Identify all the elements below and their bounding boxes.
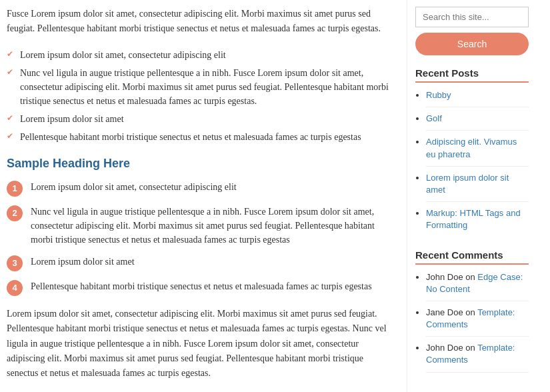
- number-circle-2: 2: [7, 205, 23, 221]
- recent-comment-item: John Doe on Template: Comments: [426, 342, 529, 372]
- recent-post-item: Golf: [426, 113, 529, 131]
- recent-post-link[interactable]: Markup: HTML Tags and Formatting: [426, 208, 521, 230]
- recent-comments-list: John Doe on Edge Case: No Content Jane D…: [415, 271, 529, 373]
- numbered-item-text: Nunc vel ligula in augue tristique pelle…: [31, 205, 393, 247]
- number-circle-1: 1: [7, 181, 23, 197]
- sidebar: Search Recent Posts Rubby Golf Adipiscin…: [407, 0, 537, 392]
- search-button[interactable]: Search: [415, 33, 529, 55]
- checklist-item: Nunc vel ligula in augue tristique pelle…: [7, 64, 393, 110]
- comment-on: on: [465, 272, 477, 282]
- numbered-list-item: 2 Nunc vel ligula in augue tristique pel…: [7, 205, 393, 247]
- numbered-item-text: Pellentesque habitant morbi tristique se…: [31, 279, 372, 293]
- comment-on: on: [465, 307, 477, 317]
- recent-comments-heading: Recent Comments: [415, 249, 529, 265]
- recent-posts-heading: Recent Posts: [415, 67, 529, 83]
- comment-on: on: [465, 343, 477, 353]
- checklist-item: Pellentesque habitant morbi tristique se…: [7, 128, 393, 146]
- recent-post-link[interactable]: Adipiscing elit. Vivamus eu pharetra: [426, 137, 517, 159]
- numbered-list: 1 Lorem ipsum dolor sit amet, consectetu…: [7, 180, 393, 296]
- recent-post-item: Markup: HTML Tags and Formatting: [426, 207, 529, 237]
- recent-comment-item: Jane Doe on Template: Comments: [426, 307, 529, 337]
- recent-post-link[interactable]: Lorem ipsum dolor sit amet: [426, 173, 509, 195]
- comment-author: John Doe: [426, 343, 463, 353]
- comment-author: John Doe: [426, 272, 463, 282]
- body-paragraph-1: Lorem ipsum dolor sit amet, consectetur …: [7, 307, 393, 381]
- checklist-item: Lorem ipsum dolor sit amet: [7, 110, 393, 128]
- checklist: Lorem ipsum dolor sit amet, consectetur …: [7, 46, 393, 146]
- comment-author: Jane Doe: [426, 307, 463, 317]
- recent-post-link[interactable]: Rubby: [426, 90, 451, 100]
- checklist-item: Lorem ipsum dolor sit amet, consectetur …: [7, 46, 393, 64]
- intro-section: Fusce Lorem ipsum dolor sit amet, consec…: [7, 7, 393, 37]
- numbered-list-item: 3 Lorem ipsum dolor sit amet: [7, 255, 393, 271]
- search-input[interactable]: [415, 7, 529, 27]
- recent-post-item: Lorem ipsum dolor sit amet: [426, 172, 529, 202]
- numbered-item-text: Lorem ipsum dolor sit amet: [31, 255, 135, 269]
- sample-heading: Sample Heading Here: [7, 157, 393, 171]
- numbered-list-item: 4 Pellentesque habitant morbi tristique …: [7, 279, 393, 296]
- number-circle-4: 4: [7, 280, 23, 296]
- main-content: Fusce Lorem ipsum dolor sit amet, consec…: [0, 0, 407, 392]
- recent-comment-item: John Doe on Edge Case: No Content: [426, 271, 529, 301]
- recent-post-link[interactable]: Golf: [426, 113, 442, 123]
- recent-post-item: Rubby: [426, 89, 529, 107]
- number-circle-3: 3: [7, 255, 23, 271]
- numbered-item-text: Lorem ipsum dolor sit amet, consectetur …: [31, 180, 237, 194]
- numbered-list-item: 1 Lorem ipsum dolor sit amet, consectetu…: [7, 180, 393, 197]
- intro-paragraph: Fusce Lorem ipsum dolor sit amet, consec…: [7, 7, 393, 37]
- recent-post-item: Adipiscing elit. Vivamus eu pharetra: [426, 136, 529, 166]
- recent-posts-list: Rubby Golf Adipiscing elit. Vivamus eu p…: [415, 89, 529, 237]
